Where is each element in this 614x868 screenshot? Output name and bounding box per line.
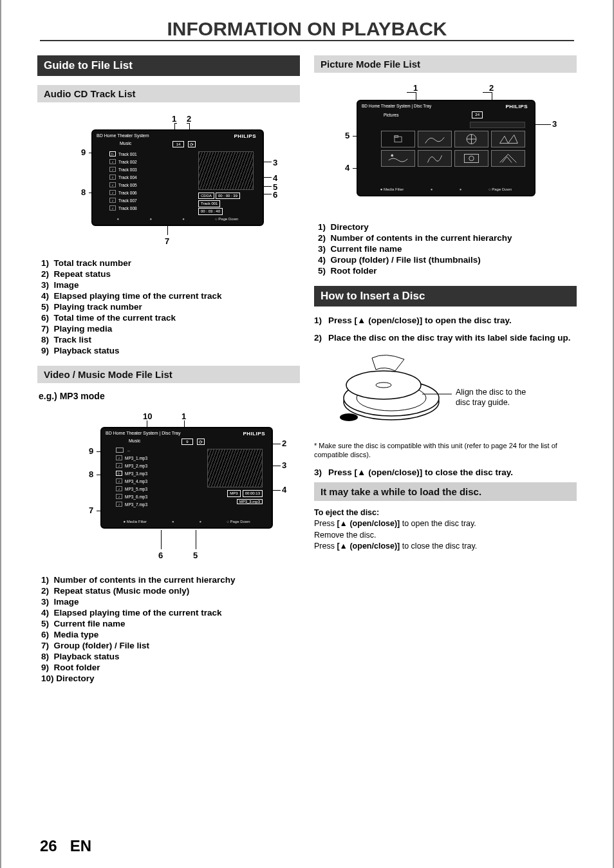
callout-7b: 7 (89, 505, 93, 515)
music-note-icon: ♪ (109, 190, 116, 195)
content-count: 9 (181, 439, 193, 445)
callout-3: 3 (273, 158, 277, 167)
thumb (454, 150, 488, 167)
media-type-mp3: MP3 (227, 490, 240, 497)
legend-item: Repeat status (54, 269, 111, 279)
legend-item: Track list (54, 335, 92, 344)
callout-5b: 5 (193, 551, 198, 560)
legend-picture: 1) Directory 2) Number of contents in th… (314, 222, 577, 276)
page-title: INFORMATION ON PLAYBACK (40, 13, 574, 41)
track-item: Track 004 (118, 175, 137, 180)
media-filter-label: Media Filter (127, 520, 147, 524)
current-file-name-bar (470, 122, 525, 128)
legend-item: Repeat status (Music mode only) (54, 586, 190, 596)
svg-point-3 (391, 155, 393, 157)
elapsed-time: 00:00:13 (243, 490, 263, 497)
media-filter-label: Media Filter (384, 187, 404, 191)
screen-picture-mode: BD Home Theater System | Disc Tray PHILI… (357, 100, 535, 196)
total-track-number: 14 (172, 141, 184, 147)
legend-item: Current file name (54, 619, 126, 628)
file-item: MP3_4.mp3 (125, 479, 147, 484)
callout-2: 2 (187, 114, 191, 124)
legend-item: Playback status (54, 652, 120, 661)
track-list: ▷Track 001 ♪Track 002 ♪Track 003 ♪Track … (109, 150, 184, 212)
track-item: Track 001 (118, 152, 137, 156)
legend-item: Total time of the current track (54, 313, 176, 323)
figure-picture-mode: 1 2 3 4 5 BD Home Theater System | Disc … (317, 80, 574, 216)
track-item: Track 005 (118, 183, 137, 187)
music-note-icon: ♪ (109, 159, 116, 164)
file-item: MP3_2.mp3 (125, 464, 147, 468)
play-icon: ▷ (116, 471, 122, 476)
thumbnail-grid (381, 131, 525, 167)
repeat-icon: ⟳ (197, 439, 205, 445)
image-area (207, 449, 263, 487)
figure-mp3-mode: 10 1 2 3 4 5 6 7 8 9 BD Home Theater Sys… (46, 408, 291, 569)
eject-icon: ▲ (357, 316, 366, 325)
legend-item: Directory (331, 222, 369, 232)
music-note-icon: ♪ (109, 198, 116, 203)
file-item: MP3_5.mp3 (125, 487, 147, 491)
directory-up: .. (127, 448, 130, 452)
music-note-icon: ♪ (109, 175, 116, 180)
music-note-icon: ♪ (116, 463, 122, 468)
legend-item: Media type (54, 630, 99, 639)
compat-note: * Make sure the disc is compatible with … (314, 442, 577, 460)
page-down-label: Page Down (492, 187, 512, 191)
root-folder-thumb (381, 131, 415, 147)
insert-step-3: 3) Press [▲ (open/close)] to close the d… (314, 467, 577, 477)
figure-audio-cd-track-list: 1 2 3 4 5 6 7 8 9 BD Home Theater System… (46, 110, 291, 252)
legend-item: Group (folder) / File list (54, 641, 150, 650)
brand-logo: PHILIPS (243, 431, 265, 437)
load-note: It may take a while to load the disc. (314, 482, 577, 501)
legend-item: Current file name (331, 244, 402, 254)
legend-item: Root folder (54, 663, 100, 672)
legend-item: Image (54, 280, 79, 290)
play-icon: ▷ (109, 151, 116, 156)
image-area (198, 151, 254, 190)
music-note-icon: ♪ (109, 205, 116, 211)
callout-p1: 1 (413, 83, 418, 93)
thumb (491, 150, 525, 167)
music-note-icon: ♪ (109, 182, 116, 187)
legend-item: Elapsed playing time of the current trac… (54, 608, 222, 618)
track-item: Track 006 (118, 191, 137, 195)
callout-1: 1 (172, 114, 176, 124)
callout-p2: 2 (489, 83, 494, 93)
eject-icon: ▲ (357, 467, 366, 477)
music-note-icon: ♪ (116, 478, 122, 484)
callout-7: 7 (165, 236, 169, 246)
svg-point-9 (346, 371, 421, 399)
content-count: 24 (472, 111, 483, 118)
callout-4: 4 (273, 173, 277, 183)
music-note-icon: ♪ (116, 486, 122, 491)
legend-audio-cd: 1) Total track number 2) Repeat status 3… (37, 258, 300, 355)
track-item: Track 007 (118, 198, 137, 203)
heading-audio-cd-track-list: Audio CD Track List (37, 85, 300, 102)
screen-mp3: BD Home Theater System | Disc Tray PHILI… (100, 427, 273, 529)
callout-6b: 6 (158, 551, 163, 560)
legend-item: Directory (56, 674, 94, 683)
eg-mp3-mode-label: e.g.) MP3 mode (39, 391, 300, 401)
figure-disc-insert: Align the disc to the disc tray guide. (333, 348, 533, 438)
callout-9b: 9 (89, 446, 93, 456)
subtitle-pictures: Pictures (384, 113, 398, 117)
callout-p5: 5 (345, 131, 349, 140)
music-note-icon: ♪ (116, 455, 122, 460)
svg-point-12 (340, 413, 358, 421)
legend-item: Group (folder) / File list (thumbnails) (331, 255, 481, 265)
thumb (491, 131, 525, 147)
callout-8: 8 (81, 187, 86, 197)
legend-item: Playing media (54, 324, 113, 334)
system-title: BD Home Theater System (97, 133, 149, 138)
callout-p3: 3 (552, 119, 557, 129)
page-down-label: Page Down (230, 520, 250, 524)
thumb (381, 150, 415, 167)
page-language: EN (70, 837, 91, 855)
callout-6: 6 (273, 190, 277, 200)
disc-align-note: Align the disc to the disc tray guide. (456, 388, 533, 408)
repeat-icon: ⟳ (188, 141, 196, 147)
eject-icon: ▲ (340, 518, 348, 530)
subtitle-music: Music (129, 439, 140, 443)
music-note-icon: ♪ (116, 502, 122, 507)
